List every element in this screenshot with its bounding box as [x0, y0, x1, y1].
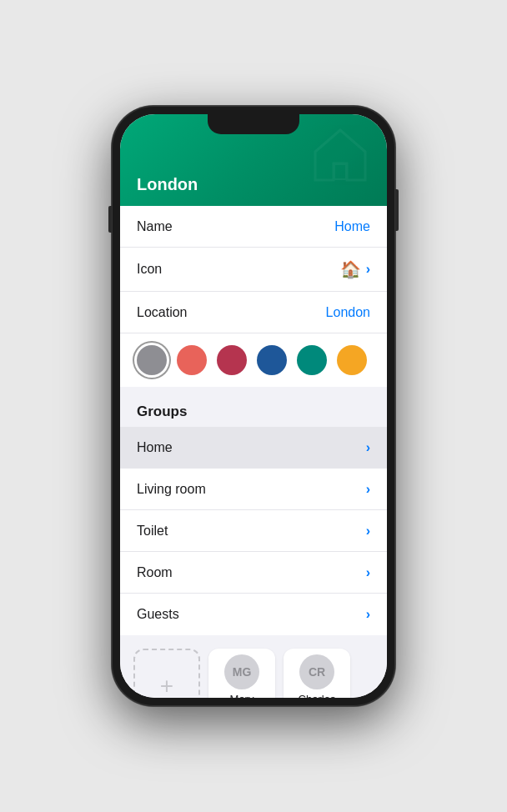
phone-notch [208, 114, 299, 134]
icon-row-right: 🏠 › [340, 259, 370, 279]
color-swatch-gray[interactable] [137, 345, 167, 375]
user-name-mary: Mary [230, 693, 254, 699]
name-row[interactable]: Name Home [120, 206, 387, 248]
users-section: + MG Mary Advanced CR Charles Basic [120, 635, 387, 698]
user-avatar-mary: MG [224, 654, 259, 689]
group-chevron-living-room: › [366, 482, 370, 497]
header-bg-icon [307, 120, 374, 200]
group-label-home: Home [137, 440, 173, 455]
group-chevron-toilet: › [366, 524, 370, 539]
side-button-left [108, 206, 112, 233]
group-chevron-room: › [366, 565, 370, 580]
group-chevron-home: › [366, 440, 370, 455]
group-row-room[interactable]: Room › [120, 552, 387, 594]
name-label: Name [137, 219, 173, 234]
house-icon: 🏠 [340, 259, 361, 279]
location-label: Location [137, 305, 188, 320]
group-label-guests: Guests [137, 607, 179, 622]
group-row-toilet[interactable]: Toilet › [120, 510, 387, 552]
groups-card: Home › Living room › Toilet › Room › Gue… [120, 427, 387, 635]
color-swatch-gold[interactable] [337, 345, 367, 375]
icon-label: Icon [137, 262, 162, 277]
group-row-home[interactable]: Home › [120, 427, 387, 469]
screen-content: Name Home Icon 🏠 › Location London [120, 206, 387, 698]
svg-rect-0 [334, 164, 346, 179]
name-value: Home [334, 219, 370, 234]
icon-chevron: › [366, 262, 370, 277]
user-card-mary[interactable]: MG Mary Advanced [208, 649, 275, 698]
group-row-guests[interactable]: Guests › [120, 594, 387, 635]
user-card-charles[interactable]: CR Charles Basic [284, 649, 350, 698]
phone-frame: London Name Home Icon 🏠 › [112, 106, 395, 706]
group-row-living-room[interactable]: Living room › [120, 469, 387, 510]
phone-screen: London Name Home Icon 🏠 › [120, 114, 387, 698]
side-button-right [395, 189, 399, 231]
group-chevron-guests: › [366, 607, 370, 622]
user-name-charles: Charles [299, 693, 336, 699]
group-label-toilet: Toilet [137, 524, 168, 539]
header-title: London [137, 175, 198, 194]
group-label-living-room: Living room [137, 482, 206, 497]
location-row[interactable]: Location London [120, 292, 387, 333]
add-user-icon: + [160, 673, 173, 698]
icon-row[interactable]: Icon 🏠 › [120, 248, 387, 292]
group-label-room: Room [137, 565, 173, 580]
location-value: London [326, 305, 370, 320]
add-user-button[interactable]: + [133, 649, 200, 698]
color-swatch-navy[interactable] [257, 345, 287, 375]
color-swatch-salmon[interactable] [177, 345, 207, 375]
settings-card: Name Home Icon 🏠 › Location London [120, 206, 387, 387]
groups-section-header: Groups [120, 387, 387, 427]
color-swatch-crimson[interactable] [217, 345, 247, 375]
colors-row [120, 333, 387, 387]
color-swatch-teal[interactable] [297, 345, 327, 375]
user-avatar-charles: CR [299, 654, 334, 689]
